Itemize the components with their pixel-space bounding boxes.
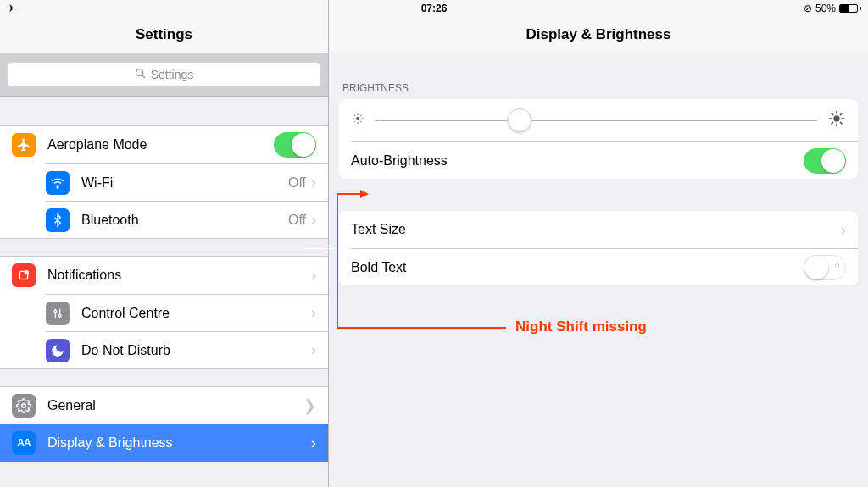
- sidebar-item-airplane[interactable]: Aeroplane Mode: [0, 126, 328, 163]
- svg-line-28: [831, 122, 833, 125]
- sidebar-item-label: Display & Brightness: [47, 435, 306, 451]
- sidebar-item-display[interactable]: AADisplay & Brightness›: [0, 424, 328, 462]
- orientation-lock-icon: ⊘: [804, 3, 812, 14]
- brightness-slider[interactable]: [375, 120, 817, 121]
- dnd-icon: [46, 339, 70, 362]
- svg-point-4: [25, 271, 28, 274]
- sidebar-item-dnd[interactable]: Do Not Disturb›: [46, 331, 328, 368]
- chevron-right-icon: ›: [841, 221, 846, 239]
- annotation-line: [337, 193, 360, 195]
- sidebar-item-control-centre[interactable]: Control Centre›: [46, 294, 328, 331]
- brightness-slider-knob[interactable]: [508, 108, 531, 132]
- chevron-right-icon: ›: [311, 434, 316, 452]
- svg-line-1: [142, 75, 145, 78]
- svg-point-2: [57, 186, 58, 188]
- annotation-line: [337, 193, 338, 329]
- svg-line-29: [840, 113, 843, 115]
- sun-high-icon: [827, 109, 846, 131]
- svg-line-26: [831, 113, 833, 115]
- sidebar-item-value: Off: [288, 175, 306, 191]
- sidebar-item-label: Notifications: [47, 268, 306, 283]
- svg-point-8: [58, 314, 61, 317]
- airplane-toggle[interactable]: [274, 132, 316, 158]
- text-size-label: Text Size: [351, 222, 836, 237]
- sidebar-item-label: General: [47, 398, 298, 413]
- sun-low-icon: [351, 112, 364, 129]
- battery-icon: [839, 4, 861, 13]
- svg-line-27: [840, 122, 843, 125]
- airplane-status-icon: ✈: [7, 3, 15, 14]
- auto-brightness-cell: Auto-Brightness: [351, 141, 858, 179]
- text-group: Text Size › Bold Text: [339, 211, 858, 285]
- svg-point-11: [22, 404, 26, 408]
- chevron-right-icon: ›: [311, 211, 316, 229]
- bold-text-cell: Bold Text: [351, 248, 858, 285]
- status-time: 07:26: [421, 3, 448, 14]
- annotation-line: [337, 327, 506, 329]
- sidebar-item-notifications[interactable]: Notifications›: [0, 257, 328, 294]
- sidebar-item-label: Wi-Fi: [81, 175, 288, 191]
- bold-text-label: Bold Text: [351, 260, 804, 275]
- search-icon: [135, 68, 146, 81]
- notifications-icon: [12, 263, 36, 287]
- sidebar-item-bluetooth[interactable]: BluetoothOff›: [46, 201, 328, 238]
- auto-brightness-toggle[interactable]: [804, 148, 846, 174]
- auto-brightness-label: Auto-Brightness: [351, 153, 804, 169]
- brightness-group: Auto-Brightness: [339, 99, 858, 179]
- svg-point-21: [833, 115, 839, 121]
- annotation-text: Night Shift missing: [515, 318, 647, 335]
- brightness-slider-cell: [339, 99, 858, 141]
- svg-line-19: [354, 121, 355, 122]
- chevron-right-icon: ›: [311, 304, 316, 322]
- chevron-right-icon: ›: [311, 267, 316, 285]
- text-size-cell[interactable]: Text Size ›: [339, 211, 858, 248]
- chevron-right-icon: ›: [311, 174, 316, 191]
- bluetooth-icon: [46, 208, 70, 232]
- chevron-right-icon: ›: [311, 341, 316, 359]
- svg-point-0: [136, 69, 142, 76]
- detail-pane: Display & Brightness BRIGHTNESS Auto-Bri…: [329, 0, 868, 487]
- search-input[interactable]: Settings: [7, 62, 321, 87]
- chevron-right-icon: ❯: [303, 396, 316, 415]
- svg-point-12: [356, 117, 359, 120]
- status-bar: ✈ 07:26 ⊘ 50%: [0, 0, 868, 17]
- sidebar-title: Settings: [136, 26, 192, 43]
- svg-line-18: [360, 121, 361, 122]
- display-icon: AA: [12, 431, 36, 455]
- svg-line-20: [360, 115, 361, 116]
- svg-point-5: [54, 310, 57, 313]
- annotation-arrow-icon: [360, 190, 369, 198]
- brightness-header: BRIGHTNESS: [329, 53, 868, 99]
- settings-sidebar: Settings Settings Aeroplane ModeWi-FiOff…: [0, 0, 329, 487]
- sidebar-item-wifi[interactable]: Wi-FiOff›: [46, 163, 328, 201]
- sidebar-item-label: Do Not Disturb: [81, 343, 306, 358]
- airplane-icon: [12, 133, 36, 157]
- sidebar-item-label: Control Centre: [81, 306, 306, 321]
- wifi-icon: [46, 171, 70, 195]
- svg-line-17: [354, 115, 355, 116]
- control-centre-icon: [46, 302, 70, 325]
- sidebar-item-value: Off: [288, 213, 306, 228]
- search-bar: Settings: [0, 53, 328, 97]
- sidebar-item-label: Bluetooth: [81, 213, 288, 228]
- sidebar-item-label: Aeroplane Mode: [47, 137, 274, 152]
- bold-text-toggle[interactable]: [804, 255, 846, 280]
- general-icon: [12, 394, 36, 418]
- sidebar-item-general[interactable]: General❯: [0, 387, 328, 424]
- battery-percent: 50%: [815, 3, 836, 14]
- detail-title: Display & Brightness: [526, 26, 671, 43]
